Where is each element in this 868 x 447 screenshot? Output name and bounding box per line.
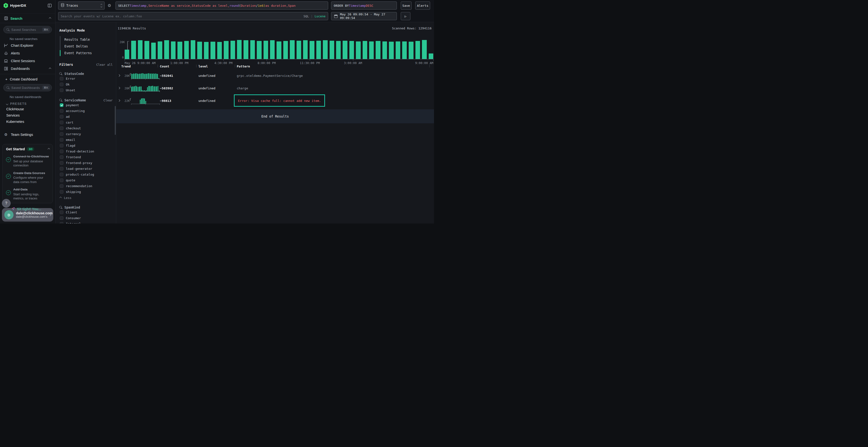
checkbox[interactable] (60, 210, 63, 214)
histogram-bar[interactable] (356, 41, 361, 59)
checkbox[interactable] (60, 222, 63, 224)
date-range-picker[interactable]: May 26 09:09:54 - May 27 09:09:54 (331, 12, 397, 20)
analysis-mode-results-table[interactable]: Results Table (61, 36, 113, 43)
checkbox[interactable] (60, 115, 63, 118)
order-by-editor[interactable]: ORDER BY Timestamp DESC (331, 1, 397, 10)
preset-item-services[interactable]: Services (0, 112, 55, 118)
histogram-bar[interactable] (297, 41, 301, 59)
histogram-bar[interactable] (369, 41, 374, 59)
checkbox[interactable] (60, 144, 63, 147)
histogram-bar[interactable] (250, 40, 255, 59)
histogram-bar[interactable] (237, 40, 242, 59)
column-resize-handle[interactable] (156, 64, 159, 68)
histogram-bar[interactable] (131, 41, 136, 59)
checkbox[interactable] (60, 127, 63, 130)
expand-row-chevron[interactable] (118, 87, 120, 89)
sidebar-item-team-settings[interactable]: ⚙ Team Settings (0, 130, 55, 139)
collapse-sidebar-icon[interactable] (48, 3, 52, 8)
language-lucene-option[interactable]: Lucene (315, 14, 326, 18)
lucene-search-input[interactable]: Search your events w/ Lucene ex. column:… (58, 12, 328, 20)
histogram-bar[interactable] (310, 41, 314, 59)
filter-option-checkout[interactable]: checkout (59, 125, 113, 131)
checkbox[interactable] (60, 149, 63, 153)
filter-option-email[interactable]: email (59, 137, 113, 143)
histogram-bar[interactable] (363, 41, 367, 59)
column-count[interactable]: Count (160, 65, 169, 68)
pattern-row[interactable]: 28K~592041undefinedgrpc.oteldemo.Payment… (116, 73, 434, 85)
filter-group-clear-link[interactable]: Clear (103, 99, 113, 102)
presets-toggle[interactable]: PRESETS (6, 102, 55, 105)
checkbox[interactable] (60, 132, 63, 136)
histogram-bar[interactable] (230, 41, 235, 59)
histogram-bar[interactable] (197, 42, 202, 59)
filter-option-fraud-detection[interactable]: fraud-detection (59, 148, 113, 154)
get-started-header[interactable]: Get Started 3/3 (6, 147, 50, 151)
checkbox-checked[interactable] (60, 103, 63, 107)
filter-option-internal[interactable]: Internal (59, 221, 113, 224)
get-started-item[interactable]: Add DataStart sending logs, metrics, or … (6, 187, 50, 201)
histogram-bar[interactable] (184, 41, 189, 59)
histogram-bar[interactable] (270, 40, 275, 59)
clear-all-filters-link[interactable]: Clear all (96, 63, 113, 66)
alerts-button[interactable]: Alerts (415, 1, 430, 10)
saved-dashboards-input[interactable]: Saved Dashboards ⌘K (3, 84, 52, 91)
checkbox[interactable] (60, 77, 63, 80)
histogram-bar[interactable] (343, 41, 347, 59)
create-dashboard-button[interactable]: + Create Dashboard (0, 74, 55, 81)
filter-option-recommendation[interactable]: recommendation (59, 183, 113, 189)
histogram-bar[interactable] (244, 40, 248, 59)
filter-option-ok[interactable]: Ok (59, 81, 113, 87)
histogram-bar[interactable] (125, 49, 129, 59)
column-level[interactable]: level (198, 65, 208, 68)
checkbox[interactable] (60, 216, 63, 220)
histogram-bar[interactable] (316, 41, 321, 59)
source-select[interactable]: Traces (58, 1, 105, 10)
histogram-bar[interactable] (376, 41, 380, 59)
checkbox[interactable] (60, 190, 63, 194)
run-query-button[interactable]: ▷ (401, 12, 410, 20)
checkbox[interactable] (60, 89, 63, 92)
histogram-bar[interactable] (145, 41, 149, 59)
histogram-bars[interactable] (125, 40, 433, 59)
checkbox[interactable] (60, 138, 63, 142)
filter-option-error[interactable]: Error (59, 76, 113, 81)
histogram-bar[interactable] (204, 42, 209, 59)
checkbox[interactable] (60, 109, 63, 113)
filter-option-quote[interactable]: quote (59, 177, 113, 183)
column-pattern[interactable]: Pattern (237, 65, 250, 68)
show-less-toggle[interactable]: Less (59, 195, 113, 200)
histogram-bar[interactable] (224, 41, 228, 59)
user-menu[interactable]: D dale@clickhouse.com dale@clickhouse.co… (2, 208, 53, 221)
histogram-bar[interactable] (191, 40, 195, 59)
filter-option-frontend-proxy[interactable]: frontend-proxy (59, 160, 113, 166)
histogram-bar[interactable] (211, 42, 215, 59)
filter-option-accounting[interactable]: accounting (59, 108, 113, 114)
events-histogram[interactable]: 28K 0 May 26 9:00:00 AM1:00:00 PM4:30:00… (116, 33, 434, 64)
sidebar-item-alerts[interactable]: Alerts (0, 49, 55, 57)
checkbox[interactable] (60, 161, 63, 165)
histogram-bar[interactable] (336, 41, 341, 59)
checkbox[interactable] (60, 184, 63, 188)
histogram-bar[interactable] (415, 41, 420, 59)
highlighted-pattern-box[interactable]: Error: Visa cache full: cannot add new i… (234, 94, 325, 107)
analysis-mode-event-deltas[interactable]: Event Deltas (61, 43, 113, 49)
histogram-bar[interactable] (429, 54, 433, 59)
filter-option-ad[interactable]: ad (59, 114, 113, 119)
histogram-bar[interactable] (402, 41, 407, 59)
histogram-bar[interactable] (264, 41, 268, 59)
histogram-bar[interactable] (164, 40, 169, 59)
checkbox[interactable] (60, 121, 63, 124)
histogram-bar[interactable] (323, 40, 328, 59)
saved-searches-input[interactable]: Saved Searches ⌘K (3, 26, 52, 33)
filter-option-consumer[interactable]: Consumer (59, 215, 113, 221)
histogram-bar[interactable] (303, 40, 308, 59)
histogram-bar[interactable] (171, 41, 176, 59)
save-button[interactable]: Save (401, 1, 411, 10)
histogram-bar[interactable] (396, 41, 400, 59)
histogram-bar[interactable] (349, 41, 354, 59)
preset-item-clickhouse[interactable]: ClickHouse (0, 106, 55, 112)
histogram-bar[interactable] (389, 42, 394, 59)
language-sql-option[interactable]: SQL (304, 14, 309, 18)
histogram-bar[interactable] (178, 42, 182, 59)
get-started-item[interactable]: Create Data SourcesConfigure where your … (6, 171, 50, 184)
